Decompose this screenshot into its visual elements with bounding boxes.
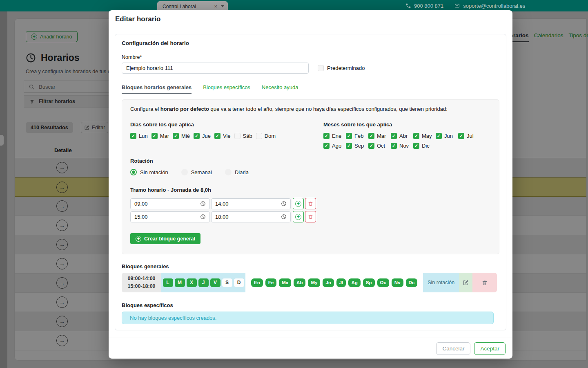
delete-time-row-button[interactable]	[305, 211, 316, 222]
end-time-input[interactable]: 18:00	[211, 211, 291, 222]
checkbox-icon	[323, 133, 330, 139]
section-title: Configuración del horario	[122, 40, 499, 46]
checkbox-icon	[368, 143, 374, 149]
tab-bloques-específicos[interactable]: Bloques específicos	[203, 84, 250, 94]
checkbox-icon	[413, 143, 419, 149]
schedule-config-card: Configuración del horario Nombre* Predet…	[115, 34, 506, 330]
checkbox-icon	[346, 133, 352, 139]
tab-bloques-horarios-generales[interactable]: Bloques horarios generales	[122, 84, 192, 94]
checkbox-icon	[436, 133, 442, 139]
delete-time-row-button[interactable]	[305, 198, 316, 209]
specific-blocks-label: Bloques específicos	[122, 302, 499, 308]
block-day-badge-s: S	[222, 278, 232, 287]
block-day-badge-v: V	[210, 278, 220, 287]
topbar-contact: 900 800 871 soporte@controllaboral.es	[405, 0, 525, 11]
block-month-badge-nv: Nv	[392, 278, 403, 287]
rotation-radio-semanal[interactable]: Semanal	[181, 169, 212, 175]
time-range-label: Tramo horario · Jornada de 8,0h	[130, 187, 491, 193]
block-day-badge-l: L	[163, 278, 173, 287]
block-day-badge-m: M	[175, 278, 185, 287]
pencil-square-icon	[463, 280, 469, 286]
block-month-badge-my: My	[308, 278, 320, 287]
checkbox-icon	[391, 133, 397, 139]
checkbox-icon	[151, 133, 158, 139]
general-block-row: 09:00-14:00 15:00-18:00 LMXJVSD EnFeMaAb…	[122, 273, 497, 292]
month-checkbox-jul[interactable]: Jul	[458, 133, 481, 139]
month-checkbox-abr[interactable]: Abr	[391, 133, 413, 139]
month-checkbox-ago[interactable]: Ago	[323, 143, 346, 149]
radio-icon	[225, 169, 232, 175]
day-checkbox-dom[interactable]: Dom	[256, 133, 276, 139]
phone-icon	[405, 3, 411, 9]
create-general-block-button[interactable]: + Crear bloque general	[130, 233, 200, 244]
checkbox-icon	[234, 133, 241, 139]
trash-icon	[308, 214, 313, 220]
block-month-badge-en: En	[251, 278, 263, 287]
modal-title: Editar horario	[109, 10, 512, 28]
month-checkbox-feb[interactable]: Feb	[346, 133, 368, 139]
block-month-badge-jn: Jn	[323, 278, 334, 287]
block-months: EnFeMaAbMyJnJlAgSpOcNvDc	[245, 273, 423, 292]
day-checkbox-vie[interactable]: Vie	[214, 133, 231, 139]
months-label: Meses sobre los que aplica	[323, 121, 491, 128]
checkbox-icon	[391, 143, 397, 149]
tab-caret-down-icon[interactable]	[221, 5, 224, 7]
rotation-radio-row: Sin rotaciónSemanalDiaria	[130, 169, 491, 175]
rotation-radio-diaria[interactable]: Diaria	[225, 169, 249, 175]
clock-icon	[200, 214, 206, 220]
trash-icon	[308, 201, 313, 206]
modal-body: Configuración del horario Nombre* Predet…	[109, 28, 512, 337]
block-day-badge-j: J	[198, 278, 209, 287]
time-row: 15:0018:00+	[130, 211, 491, 222]
checkbox-icon	[346, 143, 352, 149]
modal-tabs: Bloques horarios generalesBloques especí…	[122, 84, 499, 94]
checkbox-icon	[214, 133, 220, 139]
start-time-input[interactable]: 15:00	[130, 211, 210, 222]
checkbox-icon	[130, 133, 136, 139]
checkbox-icon	[458, 133, 464, 139]
clock-icon	[281, 214, 287, 220]
block-edit-button[interactable]	[459, 273, 472, 292]
add-time-row-button[interactable]: +	[293, 211, 304, 222]
block-month-badge-ag: Ag	[348, 278, 360, 287]
block-times: 09:00-14:00 15:00-18:00	[122, 273, 161, 292]
clock-icon	[200, 201, 206, 206]
day-checkbox-mar[interactable]: Mar	[151, 133, 169, 139]
checkbox-icon	[413, 133, 419, 139]
block-delete-button[interactable]	[472, 273, 497, 292]
day-checkbox-mié[interactable]: Mié	[173, 133, 190, 139]
schedule-name-input[interactable]	[122, 63, 309, 74]
cancel-button[interactable]: Cancelar	[436, 342, 470, 355]
day-checkbox-jue[interactable]: Jue	[194, 133, 211, 139]
month-checkbox-dic[interactable]: Dic	[413, 143, 436, 149]
no-specific-blocks-alert: No hay bloques específicos creados.	[122, 312, 494, 324]
block-month-badge-sp: Sp	[363, 278, 375, 287]
panel-intro: Configura el horario por defecto que va …	[130, 106, 491, 112]
month-checkbox-sep[interactable]: Sep	[346, 143, 368, 149]
tab-necesito-ayuda[interactable]: Necesito ayuda	[262, 84, 298, 94]
support-phone[interactable]: 900 800 871	[405, 3, 443, 9]
block-days: LMXJVSD	[161, 273, 245, 292]
start-time-input[interactable]: 09:00	[130, 198, 210, 209]
add-time-row-button[interactable]: +	[293, 198, 304, 209]
accept-button[interactable]: Aceptar	[474, 342, 506, 355]
month-checkbox-oct[interactable]: Oct	[368, 143, 391, 149]
end-time-input[interactable]: 14:00	[211, 198, 291, 209]
month-checkbox-may[interactable]: May	[413, 133, 436, 139]
plus-circle-icon: +	[295, 214, 301, 220]
day-checkbox-sáb[interactable]: Sáb	[234, 133, 252, 139]
trash-icon	[482, 280, 488, 286]
day-checkbox-lun[interactable]: Lun	[130, 133, 148, 139]
radio-icon	[130, 169, 137, 175]
month-checkbox-ene[interactable]: Ene	[323, 133, 346, 139]
support-email[interactable]: soporte@controllaboral.es	[454, 3, 525, 9]
month-checkbox-nov[interactable]: Nov	[391, 143, 413, 149]
tab-close-icon[interactable]: ×	[214, 4, 217, 9]
checkbox-icon	[194, 133, 200, 139]
time-row: 09:0014:00+	[130, 198, 491, 209]
default-checkbox[interactable]: Predeterminado	[318, 65, 365, 71]
rotation-radio-sin-rotación[interactable]: Sin rotación	[130, 169, 168, 175]
modal-footer: Cancelar Aceptar	[109, 337, 512, 360]
month-checkbox-jun[interactable]: Jun	[436, 133, 458, 139]
month-checkbox-mar[interactable]: Mar	[368, 133, 391, 139]
